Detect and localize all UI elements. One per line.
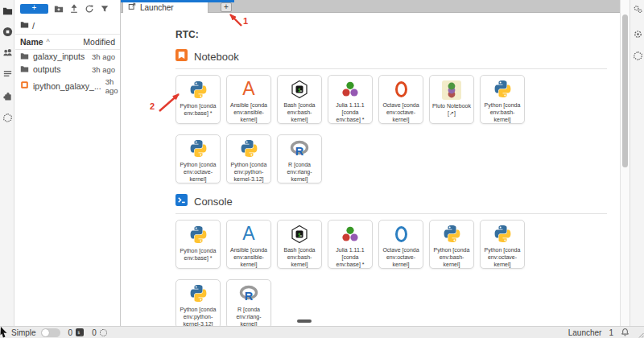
breadcrumb-root[interactable]: / (32, 21, 35, 31)
new-launcher-button[interactable]: + (20, 4, 48, 14)
launcher-card[interactable]: Python [conda env:base] * (175, 75, 221, 124)
column-header-name[interactable]: Name (20, 37, 43, 47)
launcher-card-label: Python [conda env:octave-kernel] (176, 161, 220, 183)
ansible-orange-icon: A (242, 79, 254, 100)
toggle-knob (42, 329, 49, 336)
file-name: galaxy_inputs (33, 52, 85, 61)
simple-mode-toggle[interactable] (41, 328, 60, 337)
kernels-count: 0 (92, 328, 97, 337)
rtc-drive-label: RTC: (175, 29, 620, 40)
file-name: ipython_galaxy_... (33, 81, 101, 91)
launcher-card[interactable]: Python [conda env:bash-kernel] (480, 75, 525, 124)
launcher-card[interactable]: RR [conda env:rlang-kernel] (277, 134, 322, 183)
kernel-icon[interactable] (100, 329, 107, 336)
folder-icon (20, 52, 29, 62)
column-header-modified[interactable]: Modified (83, 37, 115, 47)
terminal-icon[interactable]: $_ (76, 328, 84, 336)
file-name: outputs (33, 64, 60, 74)
left-activity-rail (0, 0, 14, 326)
tab-launcher[interactable]: Launcher (122, 2, 208, 14)
file-row-ipython-galaxy[interactable]: ipython_galaxy_... 3h ago (15, 76, 120, 96)
table-of-contents-icon[interactable] (2, 68, 13, 79)
notebook-icon (175, 49, 188, 64)
gear-icon[interactable] (633, 29, 643, 39)
bell-icon[interactable] (621, 328, 630, 338)
file-modified: 3h ago (92, 52, 115, 61)
python-icon (188, 79, 208, 101)
launcher-card[interactable]: Python [conda env:octave-kernel] (480, 220, 525, 269)
python-icon (188, 138, 208, 159)
console-section-header: Console (175, 194, 620, 209)
launcher-card-label: Ansible [conda env:ansible-kernel] (227, 246, 270, 268)
launcher-card[interactable]: $Bash [conda env:bash-kernel] (277, 75, 322, 124)
launcher-card[interactable]: Julia 1.11.1 [conda env:base] * (328, 75, 373, 124)
svg-text:$: $ (298, 86, 301, 93)
breadcrumb-folder-icon[interactable] (20, 20, 29, 31)
main-dock-panel: Launcher + RTC: Notebook Python [conda e… (121, 0, 620, 326)
tab-bar: Launcher + (121, 0, 620, 13)
terminals-count: 0 (68, 328, 73, 337)
launcher-card[interactable]: Julia 1.11.1 [conda env:base] * (328, 220, 373, 269)
section-divider (175, 213, 607, 214)
octave-blue-icon (395, 224, 407, 245)
launcher-card-label: R [conda env:rlang-kernel] (227, 306, 270, 326)
hexagon-grid-icon[interactable] (2, 112, 13, 123)
file-browser-icon[interactable] (2, 5, 13, 16)
file-row-galaxy-inputs[interactable]: galaxy_inputs 3h ago (15, 50, 120, 63)
launcher-card-label: Python [conda env:bash-kernel] (481, 101, 524, 123)
notifications-count[interactable]: 1 (609, 328, 613, 337)
launcher-card[interactable]: $Bash [conda env:bash-kernel] (277, 220, 322, 269)
filter-icon[interactable] (100, 4, 109, 14)
launcher-card[interactable]: Python [conda env:octave-kernel] (175, 134, 221, 183)
launcher-card[interactable]: RR [conda env:rlang-kernel] (226, 279, 271, 326)
python-icon (493, 79, 513, 100)
running-sessions-icon[interactable] (2, 26, 13, 37)
upload-icon[interactable] (69, 4, 79, 14)
sort-ascending-icon[interactable]: ^ (47, 38, 50, 46)
collaboration-users-icon[interactable] (2, 47, 13, 58)
launcher-card-label: Python [conda env:octave-kernel] (481, 246, 524, 268)
console-card-grid: Python [conda env:base] *AAnsible [conda… (175, 220, 620, 326)
launcher-card[interactable]: Python [conda env:python-kernel-3.12] (175, 279, 221, 326)
python-icon (239, 138, 259, 159)
launcher-card[interactable]: Octave [conda env:octave-kernel] (378, 220, 423, 269)
new-folder-icon[interactable] (54, 4, 64, 14)
launcher-card[interactable]: Python [conda env:python-kernel-3.12] (226, 134, 271, 183)
vertical-scrollbar-thumb[interactable] (622, 14, 628, 167)
status-context-label: Launcher (568, 328, 602, 337)
file-modified: 3h ago (92, 65, 115, 74)
launcher-card-label: Octave [conda env:octave-kernel] (379, 246, 423, 268)
file-row-outputs[interactable]: outputs 3h ago (15, 63, 120, 76)
r-icon: R (289, 138, 310, 159)
launcher-card[interactable]: Python [conda env:base] * (175, 220, 221, 269)
python-icon (442, 224, 462, 245)
python-icon (188, 283, 208, 304)
launcher-card[interactable]: AAnsible [conda env:ansible-kernel] (226, 220, 271, 269)
vertical-scrollbar-track[interactable] (620, 0, 630, 326)
launcher-card-label: R [conda env:rlang-kernel] (278, 161, 321, 183)
tab-label: Launcher (140, 3, 174, 12)
launcher-card[interactable]: Pluto Notebook [↗] (429, 75, 474, 124)
launcher-card-label: Python [conda env:base] * (176, 247, 220, 262)
gears-icon[interactable] (633, 4, 643, 14)
launcher-card[interactable]: AAnsible [conda env:ansible-kernel] (226, 75, 271, 124)
refresh-icon[interactable] (85, 4, 94, 14)
extension-puzzle-icon[interactable] (2, 90, 13, 101)
file-list-header: Name ^ Modified (15, 34, 120, 50)
launcher-card-label: Python [conda env:base] * (176, 102, 220, 117)
launcher-card-label: Octave [conda env:octave-kernel] (379, 101, 423, 123)
launcher-tab-icon (128, 2, 136, 12)
hexagon-grid-icon[interactable] (633, 51, 643, 61)
right-activity-rail (630, 0, 644, 326)
launcher-card-label: Python [conda env:bash-kernel] (430, 246, 473, 268)
section-title: Console (194, 196, 233, 208)
launcher-card[interactable]: Python [conda env:bash-kernel] (429, 220, 474, 269)
python-icon (188, 224, 208, 245)
status-bar: Simple 0 $_ 0 Launcher 1 (0, 326, 644, 338)
launcher-card[interactable]: Octave [conda env:octave-kernel] (378, 75, 423, 124)
add-tab-button[interactable]: + (221, 2, 232, 12)
horizontal-scrollbar-thumb[interactable] (297, 319, 312, 323)
svg-text:$: $ (298, 231, 301, 237)
notebook-file-icon (20, 80, 29, 91)
simple-mode-label: Simple (11, 328, 36, 337)
